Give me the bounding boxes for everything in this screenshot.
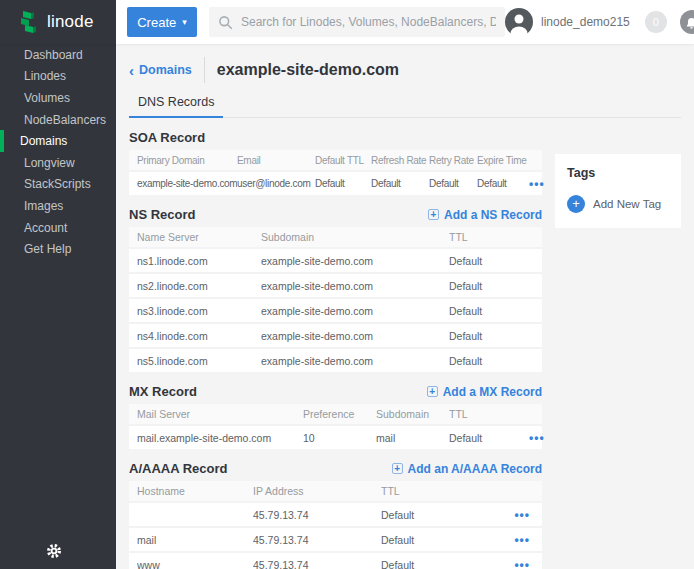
table-header-row: Name ServerSubdomainTTL: [129, 227, 542, 247]
table-cell: 45.79.13.74: [253, 559, 381, 569]
table-cell: ns2.linode.com: [137, 280, 261, 292]
table-cell: Default: [449, 305, 549, 317]
sidebar-item-get-help[interactable]: Get Help: [0, 238, 116, 260]
linode-logo[interactable]: linode: [0, 0, 116, 44]
search-input[interactable]: [241, 15, 496, 29]
table-cell: 10: [303, 432, 376, 444]
sidebar-item-volumes[interactable]: Volumes: [0, 87, 116, 109]
settings-gear-button[interactable]: [46, 543, 62, 559]
table-cell: mail: [137, 534, 253, 546]
page-title: example-site-demo.com: [217, 61, 399, 79]
search-icon: [218, 15, 233, 30]
section-a-aaaa-record: A/AAAA Record+Add an A/AAAA RecordHostna…: [129, 458, 542, 569]
table-cell: Default: [381, 559, 511, 569]
table-cell: user@linode.com: [237, 178, 315, 189]
row-actions-menu[interactable]: •••: [529, 177, 549, 191]
table-cell: Default: [449, 330, 549, 342]
sidebar-nav: DashboardLinodesVolumesNodeBalancersDoma…: [0, 44, 116, 260]
add-record-link-mx-record[interactable]: +Add a MX Record: [427, 385, 542, 399]
table-cell: Default: [429, 178, 477, 189]
record-table: Mail ServerPreferenceSubdomainTTLmail.ex…: [129, 404, 542, 449]
plus-icon: +: [567, 195, 585, 213]
table-cell: Default: [477, 178, 529, 189]
add-square-plus-icon: +: [427, 386, 438, 397]
add-record-link-ns-record[interactable]: +Add a NS Record: [428, 208, 542, 222]
breadcrumb-back-label: Domains: [139, 63, 192, 77]
section-header: SOA Record: [129, 127, 542, 148]
breadcrumb-divider: [204, 57, 205, 83]
table-row: ns3.linode.comexample-site-demo.comDefau…: [129, 297, 542, 322]
record-table: HostnameIP AddressTTL45.79.13.74Default•…: [129, 481, 542, 569]
record-sections: SOA RecordPrimary DomainEmailDefault TTL…: [129, 118, 542, 569]
row-actions-menu[interactable]: •••: [514, 558, 534, 569]
table-cell: mail.example-site-demo.com: [137, 432, 303, 444]
column-header: Default TTL: [315, 155, 371, 166]
section-title: A/AAAA Record: [129, 461, 227, 476]
table-cell: Default: [315, 178, 371, 189]
table-header-row: HostnameIP AddressTTL: [129, 481, 542, 501]
logo-text: linode: [47, 12, 94, 32]
add-new-tag-button[interactable]: + Add New Tag: [567, 195, 669, 213]
table-cell: ns3.linode.com: [137, 305, 261, 317]
table-cell: ns1.linode.com: [137, 255, 261, 267]
column-header: Mail Server: [137, 408, 303, 420]
notifications-button[interactable]: [680, 10, 694, 34]
column-header: TTL: [449, 408, 529, 420]
create-button[interactable]: Create ▾: [127, 7, 197, 37]
username: linode_demo215: [541, 15, 630, 29]
sidebar-item-stackscripts[interactable]: StackScripts: [0, 174, 116, 196]
table-row: mail45.79.13.74Default•••: [129, 526, 542, 551]
tags-panel-title: Tags: [567, 166, 669, 180]
table-cell: Default: [449, 280, 549, 292]
record-table: Primary DomainEmailDefault TTLRefresh Ra…: [129, 150, 542, 195]
table-cell: 45.79.13.74: [253, 509, 381, 521]
linode-logo-icon: [20, 10, 40, 34]
table-cell: Default: [449, 255, 549, 267]
table-cell: Default: [449, 432, 529, 444]
table-header-row: Primary DomainEmailDefault TTLRefresh Ra…: [129, 150, 542, 170]
chevron-down-icon: ▾: [182, 18, 187, 27]
column-header: Name Server: [137, 231, 261, 243]
table-cell: Default: [449, 355, 549, 367]
column-header: Preference: [303, 408, 376, 420]
row-actions-menu[interactable]: •••: [514, 533, 534, 547]
sidebar-item-dashboard[interactable]: Dashboard: [0, 44, 116, 66]
sidebar-item-images[interactable]: Images: [0, 195, 116, 217]
add-record-label: Add a NS Record: [444, 208, 542, 222]
add-new-tag-label: Add New Tag: [593, 198, 661, 210]
sidebar: DashboardLinodesVolumesNodeBalancersDoma…: [0, 44, 116, 569]
top-header: linode Create ▾: [0, 0, 694, 44]
table-cell: 45.79.13.74: [253, 534, 381, 546]
user-menu[interactable]: linode_demo215: [505, 8, 630, 36]
sidebar-item-longview[interactable]: Longview: [0, 152, 116, 174]
sidebar-item-account[interactable]: Account: [0, 217, 116, 239]
table-row: ns1.linode.comexample-site-demo.comDefau…: [129, 247, 542, 272]
row-actions-menu[interactable]: •••: [529, 431, 549, 445]
table-cell: Default: [371, 178, 429, 189]
table-cell: Default: [381, 534, 511, 546]
chevron-left-icon: ‹: [129, 63, 134, 78]
tab-dns-records[interactable]: DNS Records: [129, 89, 223, 118]
gear-icon: [46, 543, 62, 559]
sidebar-item-domains[interactable]: Domains: [0, 130, 116, 152]
breadcrumb: ‹ Domains example-site-demo.com: [129, 57, 681, 83]
sidebar-item-nodebalancers[interactable]: NodeBalancers: [0, 109, 116, 131]
sidebar-item-linodes[interactable]: Linodes: [0, 66, 116, 88]
column-header: Refresh Rate: [371, 155, 429, 166]
add-square-plus-icon: +: [428, 209, 439, 220]
section-header: NS Record+Add a NS Record: [129, 204, 542, 225]
row-actions-menu[interactable]: •••: [514, 508, 534, 522]
linode-cloud-manager: linode Create ▾: [0, 0, 694, 569]
add-record-link-a-aaaa-record[interactable]: +Add an A/AAAA Record: [392, 462, 542, 476]
record-table: Name ServerSubdomainTTLns1.linode.comexa…: [129, 227, 542, 372]
section-header: MX Record+Add a MX Record: [129, 381, 542, 402]
search-bar[interactable]: [209, 7, 505, 37]
breadcrumb-back-link[interactable]: ‹ Domains: [129, 63, 192, 78]
column-header: Subdomain: [261, 231, 449, 243]
table-cell: Default: [381, 509, 511, 521]
table-row: example-site-demo.comuser@linode.comDefa…: [129, 170, 542, 195]
section-title: MX Record: [129, 384, 197, 399]
table-row: mail.example-site-demo.com10mailDefault•…: [129, 424, 542, 449]
table-row: ns2.linode.comexample-site-demo.comDefau…: [129, 272, 542, 297]
notification-count-badge[interactable]: 0: [645, 11, 667, 33]
